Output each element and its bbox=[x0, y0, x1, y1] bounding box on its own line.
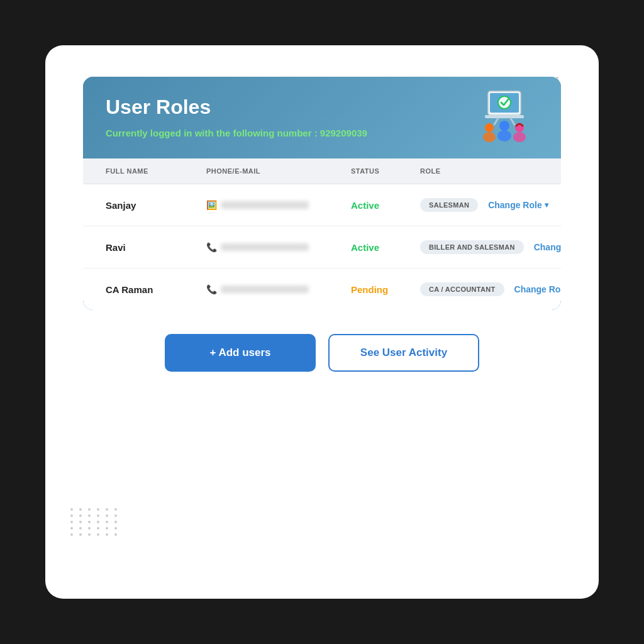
see-activity-button[interactable]: See User Activity bbox=[328, 334, 479, 372]
svg-point-7 bbox=[485, 123, 494, 132]
change-role-ravi[interactable]: Change Role ▾ bbox=[534, 242, 561, 252]
role-badge-ravi: BILLER AND SALESMAN bbox=[420, 240, 524, 254]
svg-point-12 bbox=[513, 132, 526, 142]
svg-line-6 bbox=[511, 118, 514, 125]
role-badge-raman: CA / ACCOUNTANT bbox=[420, 282, 504, 296]
col-status: STATUS bbox=[351, 167, 420, 175]
dot bbox=[88, 508, 91, 511]
contact-blur-raman bbox=[221, 286, 309, 293]
dot bbox=[79, 521, 82, 523]
svg-rect-4 bbox=[485, 115, 524, 118]
col-contact: PHONE/E-MAIL bbox=[206, 167, 351, 175]
header-illustration bbox=[469, 88, 538, 151]
table-row: Ravi 📞 Active BILLER AND SALESMAN Change… bbox=[83, 226, 561, 269]
bottom-buttons: + Add users See User Activity bbox=[83, 334, 561, 372]
dot bbox=[114, 514, 117, 517]
table-row: Sanjay 🖼️ Active SALESMAN Change Role ▾ bbox=[83, 184, 561, 226]
dot bbox=[97, 514, 99, 517]
dot bbox=[70, 508, 73, 511]
dot bbox=[79, 514, 82, 517]
phone-icon: 📞 bbox=[206, 242, 217, 252]
dot bbox=[114, 508, 117, 511]
add-users-button[interactable]: + Add users bbox=[165, 334, 316, 372]
dot bbox=[97, 508, 99, 511]
contact-blur-sanjay bbox=[221, 201, 309, 209]
dot bbox=[79, 527, 82, 530]
svg-line-5 bbox=[494, 118, 498, 125]
col-fullname: FULL NAME bbox=[106, 167, 206, 175]
dot bbox=[88, 527, 91, 530]
dot bbox=[106, 533, 108, 536]
user-name-raman: CA Raman bbox=[106, 284, 206, 295]
phone-icon-2: 📞 bbox=[206, 284, 217, 294]
status-sanjay: Active bbox=[351, 200, 420, 211]
status-raman: Pending bbox=[351, 284, 420, 295]
column-headers: FULL NAME PHONE/E-MAIL STATUS ROLE bbox=[83, 158, 561, 184]
dot bbox=[70, 527, 73, 530]
dot bbox=[79, 533, 82, 536]
role-actions-sanjay: SALESMAN Change Role ▾ bbox=[420, 198, 548, 212]
dot bbox=[70, 514, 73, 517]
dot bbox=[97, 521, 99, 523]
status-ravi: Active bbox=[351, 242, 420, 253]
dot bbox=[97, 527, 99, 530]
svg-point-9 bbox=[499, 121, 509, 131]
dot bbox=[70, 533, 73, 536]
change-role-label-sanjay: Change Role bbox=[488, 200, 542, 210]
dot bbox=[106, 527, 108, 530]
dots-bottom-left bbox=[70, 508, 119, 536]
change-role-label-ravi: Change Role bbox=[534, 242, 561, 252]
main-content: User Roles Currently logged in with the … bbox=[83, 77, 561, 561]
user-contact-raman: 📞 bbox=[206, 284, 351, 294]
table-area: FULL NAME PHONE/E-MAIL STATUS ROLE Sanja… bbox=[83, 158, 561, 310]
user-roles-panel: User Roles Currently logged in with the … bbox=[83, 77, 561, 310]
dot bbox=[70, 521, 73, 523]
user-contact-ravi: 📞 bbox=[206, 242, 351, 252]
dot bbox=[106, 514, 108, 517]
role-actions-ravi: BILLER AND SALESMAN Change Role ▾ bbox=[420, 240, 561, 254]
dot bbox=[79, 508, 82, 511]
col-role: ROLE bbox=[420, 167, 538, 175]
chevron-down-icon: ▾ bbox=[545, 201, 548, 209]
svg-point-10 bbox=[497, 130, 511, 142]
change-role-sanjay[interactable]: Change Role ▾ bbox=[488, 200, 548, 210]
change-role-label-raman: Change Role bbox=[514, 284, 561, 294]
change-role-raman[interactable]: Change Role ▾ bbox=[514, 284, 561, 294]
user-contact-sanjay: 🖼️ bbox=[206, 200, 351, 210]
dot bbox=[106, 508, 108, 511]
dot bbox=[106, 521, 108, 523]
svg-point-8 bbox=[483, 132, 496, 142]
role-badge-sanjay: SALESMAN bbox=[420, 198, 478, 212]
phone-number: 929209039 bbox=[320, 128, 367, 138]
dot bbox=[97, 533, 99, 536]
table-row: CA Raman 📞 Pending CA / ACCOUNTANT Chang… bbox=[83, 269, 561, 310]
panel-header: User Roles Currently logged in with the … bbox=[83, 77, 561, 158]
dot bbox=[88, 514, 91, 517]
dot bbox=[88, 521, 91, 523]
main-card: User Roles Currently logged in with the … bbox=[45, 45, 599, 599]
role-actions-raman: CA / ACCOUNTANT Change Role ▾ bbox=[420, 282, 561, 296]
dot bbox=[114, 521, 117, 523]
dot bbox=[114, 527, 117, 530]
user-name-ravi: Ravi bbox=[106, 242, 206, 253]
dot bbox=[114, 533, 117, 536]
contact-blur-ravi bbox=[221, 243, 309, 251]
email-icon: 🖼️ bbox=[206, 200, 217, 210]
dot bbox=[88, 533, 91, 536]
subtitle-prefix: Currently logged in with the following n… bbox=[106, 128, 320, 138]
user-name-sanjay: Sanjay bbox=[106, 200, 206, 211]
